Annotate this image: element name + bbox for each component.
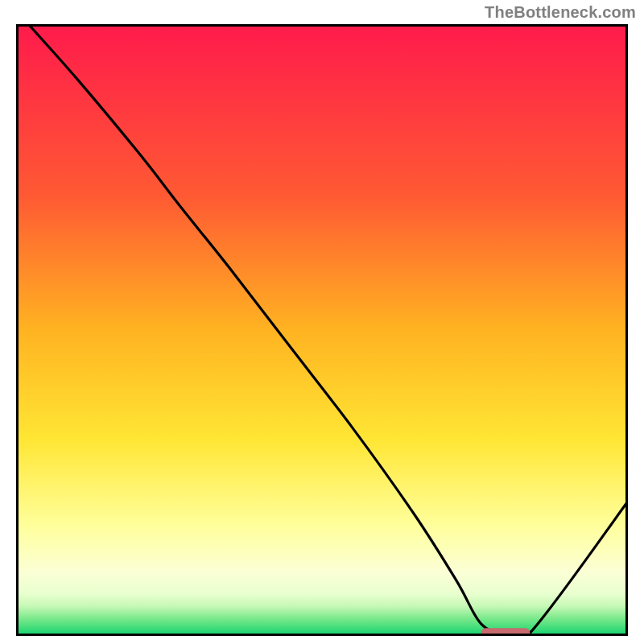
plot-svg [16, 24, 628, 636]
chart-stage: TheBottleneck.com [0, 0, 644, 644]
watermark-text: TheBottleneck.com [485, 3, 636, 22]
plot-area [16, 24, 628, 636]
